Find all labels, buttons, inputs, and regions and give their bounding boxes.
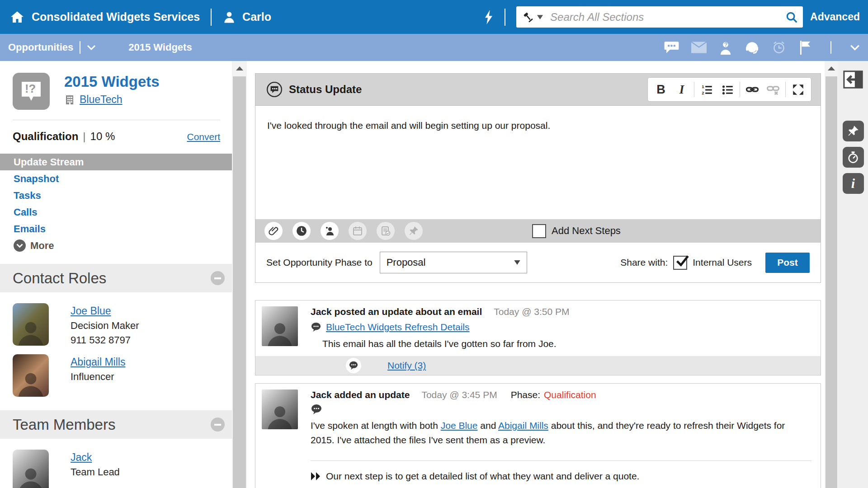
team-member-role: Team Lead — [71, 466, 120, 478]
sidebar-item-label: Tasks — [14, 190, 41, 202]
log-time-icon[interactable] — [292, 222, 311, 240]
collapse-panel-icon[interactable] — [843, 69, 864, 90]
user-icon — [222, 10, 236, 24]
sidebar-item-snapshot[interactable]: Snapshot — [0, 170, 232, 187]
main-scrollbar[interactable] — [825, 61, 838, 488]
status-update-bubble-icon — [266, 81, 283, 98]
search-input[interactable] — [549, 10, 785, 24]
scrollbar-thumb[interactable] — [233, 76, 246, 488]
sidebar-item-calls[interactable]: Calls — [0, 204, 232, 221]
sidebar-item-more[interactable]: More — [0, 237, 232, 254]
next-step-row: Our next step is to get a detailed list … — [311, 471, 814, 482]
home-icon[interactable] — [10, 10, 24, 24]
body-text: and — [477, 420, 498, 431]
opportunity-phase-select[interactable]: Proposal — [380, 252, 527, 273]
advanced-search-link[interactable]: Advanced — [810, 11, 860, 23]
scrollbar-thumb[interactable] — [826, 76, 837, 488]
sidebar-item-label: Update Stream — [14, 156, 84, 168]
post-button[interactable]: Post — [765, 253, 810, 273]
collapse-bar-chevron-icon[interactable] — [850, 44, 860, 51]
email-details-link[interactable]: BlueTech Widgets Refresh Details — [326, 322, 469, 333]
module-dropdown-chevron-icon[interactable] — [87, 44, 96, 51]
team-members-header: Team Members — [0, 410, 232, 439]
chat-bubble-icon[interactable] — [664, 41, 679, 54]
composer-title: Status Update — [289, 83, 362, 96]
calendar-icon[interactable] — [349, 222, 367, 240]
record-breadcrumb[interactable]: 2015 Widgets — [128, 42, 192, 53]
current-user-name[interactable]: Carlo — [242, 10, 271, 23]
crm-app-window: Consolidated Widgets Services Carlo Adva… — [0, 0, 868, 488]
avatar — [13, 450, 49, 488]
contact-role: Influencer — [71, 371, 125, 383]
quick-actions-bolt-icon[interactable] — [484, 10, 494, 24]
fullscreen-button[interactable] — [788, 80, 808, 99]
headset-support-icon[interactable] — [745, 40, 760, 55]
stopwatch-icon[interactable] — [843, 147, 864, 168]
sidebar-item-label: More — [30, 240, 54, 252]
feed-phase-label: Phase: — [511, 389, 540, 400]
set-phase-label: Set Opportunity Phase to — [266, 257, 373, 268]
note-check-icon[interactable] — [377, 222, 395, 240]
sidebar-nav: Update Stream Snapshot Tasks Calls Email… — [0, 154, 232, 254]
next-step-text: Our next step is to get a detailed list … — [326, 471, 639, 482]
notify-link[interactable]: Notify (3) — [387, 360, 426, 371]
contact-link[interactable]: Abigail Mills — [71, 356, 125, 368]
bullet-list-button[interactable] — [717, 80, 738, 99]
attach-file-icon[interactable] — [264, 222, 283, 240]
pushpin-icon[interactable] — [843, 121, 864, 141]
module-selector[interactable]: Opportunities — [8, 42, 73, 53]
collapse-section-icon[interactable] — [211, 271, 225, 285]
phase-percent: 10 % — [90, 130, 115, 143]
update-stream-panel: Status Update B I 12 — [247, 61, 825, 488]
scroll-up-arrow[interactable] — [825, 61, 838, 75]
insert-link-button[interactable] — [742, 80, 763, 99]
bold-button[interactable]: B — [651, 80, 671, 99]
pin-icon[interactable] — [405, 222, 423, 240]
person-help-icon[interactable]: ?? — [719, 40, 732, 55]
sidebar-scrollbar[interactable] — [232, 61, 247, 488]
section-title: Contact Roles — [13, 270, 106, 287]
status-update-textarea[interactable]: I've looked through the email and will b… — [255, 105, 821, 219]
toolbar-divider — [740, 82, 740, 97]
feed-item-email-update: Jack posted an update about an email Tod… — [255, 300, 821, 375]
phase-name: Qualification — [13, 130, 78, 143]
search-scope-caret-icon[interactable] — [537, 15, 543, 19]
search-category-gavel-icon[interactable] — [522, 11, 534, 23]
sidebar-item-emails[interactable]: Emails — [0, 221, 232, 237]
flag-icon[interactable] — [798, 40, 812, 55]
company-link[interactable]: BlueTech — [80, 94, 123, 106]
feed-body: I've spoken at length with both Joe Blue… — [311, 418, 814, 447]
email-icon[interactable] — [691, 42, 707, 53]
italic-button[interactable]: I — [671, 80, 692, 99]
notify-bubble-icon[interactable] — [346, 358, 361, 373]
contact-roles-header: Contact Roles — [0, 264, 232, 292]
global-search-box[interactable] — [516, 6, 803, 28]
contact-role: Decision Maker — [71, 320, 139, 332]
scroll-up-arrow[interactable] — [232, 61, 247, 75]
phase-select-value: Proposal — [387, 257, 514, 268]
search-submit-icon[interactable] — [785, 10, 798, 24]
alarm-clock-icon[interactable] — [772, 40, 786, 55]
info-icon[interactable]: i — [843, 173, 864, 194]
feed-timestamp: Today @ 3:45 PM — [421, 389, 497, 400]
ordered-list-button[interactable]: 12 — [696, 80, 717, 99]
add-next-steps-checkbox[interactable] — [532, 224, 546, 238]
remove-link-button[interactable] — [763, 80, 783, 99]
internal-users-checkbox[interactable] — [673, 256, 687, 270]
team-member-link[interactable]: Jack — [71, 451, 92, 463]
add-next-steps-group: Add Next Steps — [532, 224, 621, 238]
sidebar-item-label: Calls — [14, 206, 38, 218]
tag-person-icon[interactable] — [321, 222, 339, 240]
collapse-section-icon[interactable] — [211, 418, 225, 432]
svg-text:?: ? — [724, 42, 728, 48]
contact-mention-link[interactable]: Abigail Mills — [498, 420, 548, 431]
sidebar-item-tasks[interactable]: Tasks — [0, 187, 232, 204]
contact-mention-link[interactable]: Joe Blue — [441, 420, 478, 431]
sidebar-item-update-stream[interactable]: Update Stream — [0, 154, 232, 170]
app-title[interactable]: Consolidated Widgets Services — [32, 10, 200, 23]
convert-link[interactable]: Convert — [187, 131, 220, 142]
contact-link[interactable]: Joe Blue — [71, 305, 111, 317]
feed-item-phase-update: Jack added an update Today @ 3:45 PM Pha… — [255, 383, 821, 488]
sidebar-item-label: Snapshot — [14, 173, 59, 185]
body-text: I've spoken at length with both — [311, 420, 441, 431]
